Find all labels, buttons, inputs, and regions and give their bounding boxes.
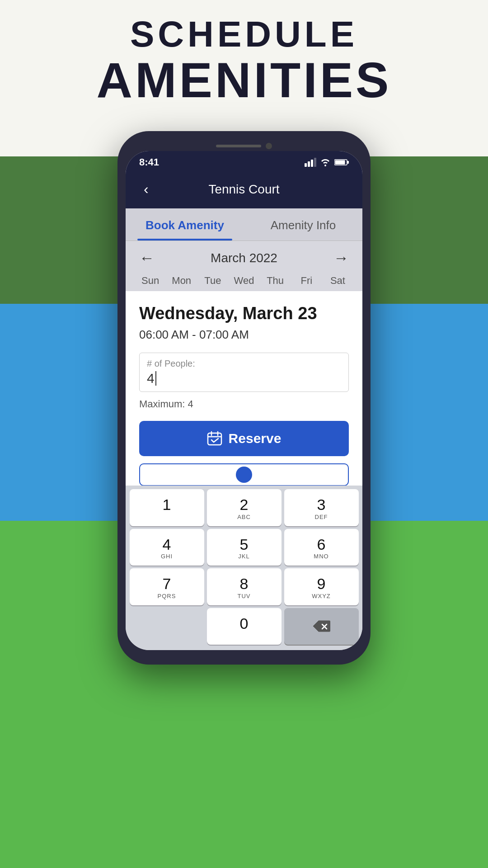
key-7[interactable]: 7 PQRS — [130, 568, 204, 605]
phone-camera — [266, 143, 272, 149]
keyboard-row-4: 0 — [127, 608, 361, 645]
key-5[interactable]: 5 JKL — [207, 529, 282, 566]
amenities-label: AMENITIES — [0, 55, 488, 105]
tab-amenity-info[interactable]: Amenity Info — [244, 208, 362, 241]
phone-mockup: 8:41 — [117, 131, 371, 665]
numeric-keyboard: 1 2 ABC 3 DEF 4 GHI — [126, 486, 362, 650]
tabs-container: Book Amenity Amenity Info — [126, 208, 362, 241]
nav-title: Tennis Court — [208, 182, 279, 197]
second-action-button[interactable] — [139, 463, 349, 486]
status-bar: 8:41 — [126, 151, 362, 172]
keyboard-row-1: 1 2 ABC 3 DEF — [127, 489, 361, 526]
people-input-label: # of People: — [147, 359, 341, 369]
battery-icon — [334, 159, 349, 166]
second-button-icon — [236, 467, 252, 483]
svg-rect-3 — [208, 433, 221, 445]
day-fri: Fri — [291, 275, 322, 287]
schedule-label: SCHEDULE — [0, 14, 488, 55]
key-delete[interactable] — [284, 608, 359, 645]
month-year-label: March 2022 — [211, 251, 277, 265]
tab-book-amenity[interactable]: Book Amenity — [126, 208, 244, 241]
day-sun: Sun — [135, 275, 166, 287]
reserve-button[interactable]: Reserve — [139, 421, 349, 456]
days-of-week: Sun Mon Tue Wed Thu Fri Sat — [126, 275, 362, 291]
key-3[interactable]: 3 DEF — [284, 489, 359, 526]
key-8[interactable]: 8 TUV — [207, 568, 282, 605]
day-sat: Sat — [322, 275, 353, 287]
key-6[interactable]: 6 MNO — [284, 529, 359, 566]
booking-time: 06:00 AM - 07:00 AM — [139, 328, 349, 342]
header-section: SCHEDULE AMENITIES — [0, 14, 488, 105]
delete-icon — [312, 620, 330, 632]
keyboard-row-3: 7 PQRS 8 TUV 9 WXYZ — [127, 568, 361, 605]
status-icons — [305, 158, 349, 167]
key-4[interactable]: 4 GHI — [130, 529, 204, 566]
booking-card: Wednesday, March 23 06:00 AM - 07:00 AM … — [126, 291, 362, 486]
signal-icon — [305, 158, 316, 167]
phone-outer-shell: 8:41 — [117, 131, 371, 665]
phone-notch — [126, 139, 362, 151]
back-button[interactable]: ‹ — [139, 179, 153, 199]
next-month-button[interactable]: → — [333, 249, 349, 267]
svg-rect-1 — [335, 160, 345, 165]
max-people-label: Maximum: 4 — [139, 398, 349, 410]
key-empty — [130, 608, 204, 645]
day-mon: Mon — [166, 275, 197, 287]
reserve-calendar-icon — [207, 431, 222, 446]
phone-screen: 8:41 — [126, 151, 362, 650]
status-time: 8:41 — [139, 156, 159, 168]
people-input-box[interactable]: # of People: 4 — [139, 353, 349, 392]
key-1[interactable]: 1 — [130, 489, 204, 526]
prev-month-button[interactable]: ← — [139, 249, 155, 267]
people-input-value: 4 — [147, 371, 341, 386]
day-wed: Wed — [228, 275, 259, 287]
wifi-icon — [320, 158, 331, 166]
keyboard-row-2: 4 GHI 5 JKL 6 MNO — [127, 529, 361, 566]
main-content: ← March 2022 → Sun Mon Tue Wed Thu Fri S… — [126, 241, 362, 486]
day-thu: Thu — [260, 275, 291, 287]
key-0[interactable]: 0 — [207, 608, 282, 645]
svg-rect-2 — [347, 161, 349, 164]
key-2[interactable]: 2 ABC — [207, 489, 282, 526]
key-9[interactable]: 9 WXYZ — [284, 568, 359, 605]
text-cursor — [155, 371, 156, 386]
nav-bar: ‹ Tennis Court — [126, 172, 362, 208]
booking-date: Wednesday, March 23 — [139, 304, 349, 323]
day-tue: Tue — [197, 275, 228, 287]
phone-pill — [216, 145, 261, 147]
calendar-nav: ← March 2022 → — [126, 241, 362, 275]
